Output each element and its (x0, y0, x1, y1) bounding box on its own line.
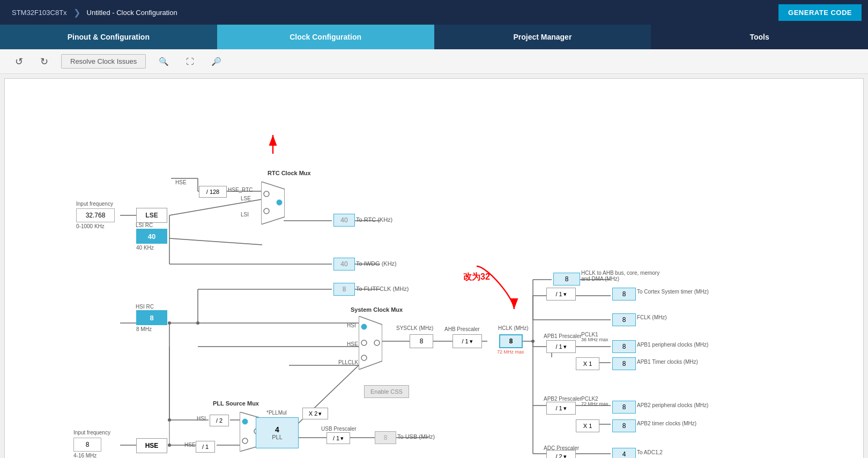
tab-clock[interactable]: Clock Configuration (217, 25, 434, 49)
zoom-in-button[interactable]: 🔍 (154, 55, 173, 69)
rtc-div128-box[interactable]: / 128 (199, 186, 227, 198)
clock-diagram-canvas: Input frequency 32.768 0-1000 KHz LSE LS… (4, 78, 864, 458)
lsi-rc-label: LSI RC (136, 222, 153, 228)
hse-rtc-label: HSE_RTC (228, 187, 253, 193)
svg-point-62 (196, 321, 199, 325)
redo-button[interactable]: ↻ (36, 54, 53, 70)
cortex-div-dropdown[interactable]: / 1 ▾ (546, 288, 576, 301)
svg-point-61 (168, 444, 171, 447)
toolbar: ↺ ↻ Resolve Clock Issues 🔍 ⛶ 🔍 (0, 49, 868, 74)
hsi-sys-label: HSI (347, 322, 356, 328)
system-mux-label: System Clock Mux (351, 306, 403, 313)
hsi-rc-label: HSI RC (136, 304, 154, 310)
apb1-timer-x1-box[interactable]: X 1 (576, 357, 599, 370)
svg-point-71 (361, 355, 367, 361)
hclk-max-label: 72 MHz max (497, 349, 524, 355)
cortex-out-box[interactable]: 8 (612, 288, 636, 301)
pll-hsi-label: HSI (197, 416, 206, 422)
input-freq-top-value[interactable]: 32.768 (76, 208, 115, 222)
apb1-prescaler-label: APB1 Prescaler (544, 333, 582, 339)
pll-mul-dropdown[interactable]: X 2 ▾ (302, 408, 328, 419)
apb2-timer-label: APB2 timer clocks (MHz) (637, 421, 696, 426)
zoom-out-button[interactable]: 🔍 (207, 55, 226, 69)
input-freq-top-range: 0-1000 KHz (76, 223, 105, 229)
hclk-box[interactable]: 8 (499, 334, 523, 348)
svg-point-74 (242, 419, 248, 424)
rtc-mux-shape (261, 182, 285, 224)
annotation-text: 改为32 (463, 272, 490, 283)
apb2-prescaler-label: APB2 Prescaler (544, 396, 582, 402)
generate-code-button[interactable]: GENERATE CODE (778, 4, 862, 21)
input-freq-bottom-range: 4-16 MHz (73, 453, 97, 458)
lsi-mux-label: LSI (241, 212, 249, 217)
pll-hse-label: HSE (184, 442, 196, 448)
resolve-clock-issues-button[interactable]: Resolve Clock Issues (61, 54, 146, 69)
pll-hsi-div2-box[interactable]: / 2 (210, 415, 229, 426)
usb-out-label: To USB (MHz) (397, 433, 435, 440)
svg-line-2 (169, 238, 262, 245)
flitfclk-label: To FLITFCLK (MHz) (356, 286, 409, 292)
breadcrumb-arrow: ❯ (73, 7, 80, 18)
lsi-value-box[interactable]: 40 (136, 229, 167, 244)
adc-out-box[interactable]: 4 (612, 448, 636, 458)
toolbar-annotation-arrow (230, 127, 294, 159)
apb2-prescaler-dropdown[interactable]: / 1 ▾ (546, 402, 576, 415)
sysclk-box[interactable]: 8 (410, 334, 433, 348)
fclk-out-box[interactable]: 8 (612, 313, 636, 326)
apb2-timer-x1-box[interactable]: X 1 (576, 419, 599, 432)
rtc-out-label: To RTC (KHz) (356, 216, 392, 223)
lse-box[interactable]: LSE (136, 208, 167, 223)
fit-button[interactable]: ⛶ (182, 55, 198, 68)
tab-tools[interactable]: Tools (651, 25, 868, 49)
svg-point-72 (374, 340, 380, 346)
adc-prescaler-dropdown[interactable]: / 2 ▾ (546, 450, 576, 458)
rtc-out-box[interactable]: 40 (333, 214, 355, 227)
apb1-periph-box[interactable]: 8 (612, 340, 636, 353)
input-freq-bottom-value[interactable]: 8 (73, 438, 101, 452)
svg-point-67 (277, 200, 282, 205)
ahb-out-box[interactable]: 8 (553, 273, 580, 286)
rtc-mux-label: RTC Clock Mux (268, 170, 311, 176)
usb-out-box[interactable]: 8 (375, 431, 396, 444)
pll-value-display: 4 (275, 425, 279, 434)
pll-mul-label: *PLLMul (266, 410, 287, 416)
tab-project[interactable]: Project Manager (434, 25, 651, 49)
hclk-label: HCLK (MHz) (498, 325, 529, 331)
svg-point-70 (361, 340, 367, 346)
usb-prescaler-label: USB Prescaler (321, 426, 357, 432)
usb-prescaler-dropdown[interactable]: / 1 ▾ (327, 432, 350, 444)
cortex-label: To Cortex System timer (MHz) (637, 289, 709, 295)
apb1-prescaler-dropdown[interactable]: / 1 ▾ (546, 340, 576, 353)
fclk-label: FCLK (MHz) (637, 314, 667, 320)
enable-css-button[interactable]: Enable CSS (364, 385, 409, 398)
lse-mux-label: LSE (241, 196, 251, 201)
pll-hse-div-box[interactable]: / 1 (196, 441, 215, 453)
ahb-out-label: HCLK to AHB bus, core, memory and DMA (M… (581, 270, 662, 282)
input-freq-bottom-label: Input frequency (73, 430, 110, 436)
iwdg-out-box[interactable]: 40 (333, 258, 355, 271)
svg-point-69 (361, 324, 367, 329)
system-mux-shape (359, 316, 382, 370)
tab-pinout[interactable]: Pinout & Configuration (0, 25, 217, 49)
svg-point-59 (168, 321, 171, 325)
pll-box[interactable]: 4 PLL (256, 417, 299, 448)
iwdg-out-label: To IWDG (KHz) (356, 260, 397, 267)
apb2-periph-label: APB2 peripheral clocks (MHz) (637, 402, 708, 408)
apb2-periph-box[interactable]: 8 (612, 401, 636, 414)
pllclk-sys-label: PLLCLK (338, 359, 358, 365)
pclk1-max-label: 36 MHz max (581, 337, 609, 342)
undo-button[interactable]: ↺ (11, 54, 27, 70)
apb1-timer-label: APB1 Timer clocks (MHz) (637, 359, 698, 365)
apb1-timer-box[interactable]: 8 (612, 357, 636, 370)
ahb-prescaler-label: AHB Prescaler (444, 326, 480, 332)
svg-point-63 (531, 340, 535, 343)
hsi-value-box[interactable]: 8 (136, 310, 167, 325)
hsi-mhz-label: 8 MHz (136, 326, 152, 332)
lsi-khz-label: 40 KHz (136, 245, 154, 251)
hse-box[interactable]: HSE (136, 438, 167, 453)
ahb-prescaler-dropdown[interactable]: / 1 ▾ (452, 334, 482, 348)
chip-label: STM32F103C8Tx (6, 9, 72, 17)
apb2-timer-box[interactable]: 8 (612, 419, 636, 432)
pll-source-mux-label: PLL Source Mux (213, 400, 259, 407)
flitfclk-box[interactable]: 8 (333, 283, 355, 296)
